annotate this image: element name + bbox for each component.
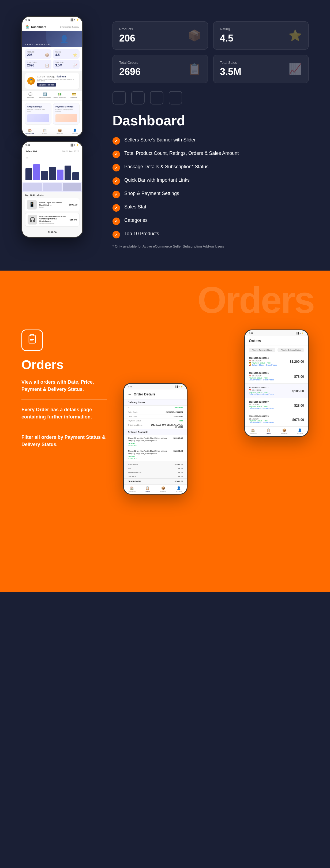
products-stat-card: Products 206 📦 <box>112 22 208 50</box>
total-orders-stat-left: Total Orders 2696 <box>119 61 141 78</box>
phone-time: 9:41 <box>26 19 30 21</box>
rating-stat-value: 4.5 <box>220 33 233 44</box>
phone-rating-stat: Rating 4.5 ⭐ <box>53 49 79 59</box>
products-stat-icon: 📦 <box>188 29 201 42</box>
phone-nav-products[interactable]: 📦 Products <box>52 129 67 134</box>
phone-products-label: Products <box>27 51 49 53</box>
op-order-4[interactable]: 20201215-12034579 15-12-2020 Payment Sta… <box>245 412 308 427</box>
od-nav-account[interactable]: 👤 Account <box>171 486 187 492</box>
check-circle-1: ✓ <box>112 151 120 158</box>
op-nav-dashboard-icon: 🏠 <box>245 428 261 432</box>
product-name-2: Beats Studio3 Wireless Noise Cancelling … <box>39 215 67 222</box>
od-status-bar: 9:41 ▐▐ ● ⚡ <box>124 384 187 390</box>
op-nav-bar: 🏠 Dashboard 📋 Orders 📦 Products 👤 <box>245 427 308 436</box>
sales-status-bar: 9:41 ▐▐ ● ⚡ <box>22 142 82 148</box>
od-nav-orders[interactable]: 📋 Orders <box>140 486 156 492</box>
od-signals: ▐▐ ● ⚡ <box>175 385 183 388</box>
od-nav-products[interactable]: 📦 Products <box>155 486 171 492</box>
od-order-code-value: 20201215-12034564 <box>166 411 183 413</box>
phone-quick-link-refund[interactable]: ↩️ Refund Requests <box>38 92 52 98</box>
op-nav-products-icon: 📦 <box>276 428 292 432</box>
op-order-meta-4: 15-12-2020 Payment Status - Paid Deliver… <box>249 418 304 424</box>
withdraw-icon: 💵 <box>53 92 67 96</box>
op-nav-orders[interactable]: 📋 Orders <box>261 428 277 434</box>
dashboard-phone-mockup: 9:41 ▐▐ ● ⚡ 🏪 Dashboard 1 March 2022 Tue… <box>22 16 83 137</box>
od-tax-label: TAX <box>128 467 131 469</box>
phone-nav-orders[interactable]: 📋 Orders <box>37 129 52 134</box>
op-order-meta-3: 15-12-2020 Payment Status - Paid Deliver… <box>249 404 304 409</box>
phone-nav-account[interactable]: 👤 Account <box>67 129 82 134</box>
op-nav-account[interactable]: 👤 Account <box>292 428 308 434</box>
op-filter-payment[interactable]: Filter by Payment Status <box>249 348 275 352</box>
product-item-1[interactable]: 📱 iPhone 12 pro Max Pacific Blue 256 gb … <box>25 198 79 211</box>
phone-upgrade-btn[interactable]: Upgrade Package <box>37 83 56 87</box>
check-icon-0: ✓ <box>114 139 118 143</box>
product-img-2: 🎧 <box>28 215 37 224</box>
total-sales-stat-icon: 📈 <box>289 63 302 75</box>
calendar-icon-2: 📅 <box>249 389 251 391</box>
op-order-price-3: $28.00 <box>294 404 304 407</box>
phone-payment-settings-desc: Configure your payment method. <box>56 108 77 113</box>
op-order-price-0: $1,200.00 <box>290 360 304 364</box>
categories-preview <box>22 182 82 192</box>
shop-settings-image <box>27 114 49 122</box>
chart-bar-3 <box>41 171 48 180</box>
phone-quick-link-payment[interactable]: 💳 Payment E... <box>67 92 81 98</box>
phone-payment-settings-card[interactable]: Payment Settings Configure your payment … <box>53 103 79 125</box>
phone-quick-links: 💬 Messages ↩️ Refund Requests 💵 Money Wi… <box>22 91 82 100</box>
od-sub-total-value: $1,200.00 <box>175 463 183 465</box>
phone-quick-link-withdraw[interactable]: 💵 Money Withdraw <box>53 92 67 98</box>
op-order-meta-0: 📅 15-12-2020 💳 Payment Status - Paid 🚚 <box>249 360 304 366</box>
check-circle-4: ✓ <box>112 191 120 198</box>
product-name-1: iPhone 12 pro Max Pacific Blue 256 gb ..… <box>39 202 66 206</box>
dashboard-section: 9:41 ▐▐ ● ⚡ 🏪 Dashboard 1 March 2022 Tue… <box>0 0 330 271</box>
od-nav-account-icon: 👤 <box>171 486 187 490</box>
od-delivery-row: ✓ Delivered <box>124 406 187 410</box>
od-back-arrow[interactable]: ← <box>128 392 132 397</box>
orders-bg-title: Orders <box>0 271 330 319</box>
op-order-2[interactable]: 20201215-12034571 📅 15-12-2020 Payment S… <box>245 384 308 398</box>
phone-products-area: Top 10 Products 📱 iPhone 12 pro Max Paci… <box>22 192 82 237</box>
op-order-info-2: 📅 15-12-2020 Payment Status - Paid Deliv… <box>249 389 293 395</box>
orders-right: 9:41 ▐▐ ● ⚡ Orders Filter by Payment Sta… <box>123 330 308 570</box>
orders-feature-text-1: Every Order has a details page containin… <box>22 406 107 421</box>
feature-text-2: Package Details & Subscription* Status <box>124 163 208 170</box>
phone-quick-link-messages[interactable]: 💬 Messages <box>23 92 37 98</box>
op-nav-dashboard[interactable]: 🏠 Dashboard <box>245 428 261 434</box>
od-payment-status-value: Paid <box>179 420 183 422</box>
od-nav-dashboard[interactable]: 🏠 Dashboard <box>124 486 140 492</box>
total-orders-stat-icon: 📋 <box>188 63 201 75</box>
phone-total-orders-label: Total Orders <box>27 61 49 63</box>
sales-stat-title: Sales Stat <box>26 150 37 153</box>
check-circle-7: ✓ <box>112 231 120 239</box>
phone-total-sales-value: 3.5M <box>55 63 62 67</box>
op-filter-row: Filter by Payment Status Filter by Deliv… <box>245 346 308 354</box>
rating-stat-label: Rating <box>220 27 233 31</box>
op-nav-products[interactable]: 📦 Products <box>276 428 292 434</box>
product-item-2[interactable]: 🎧 Beats Studio3 Wireless Noise Cancellin… <box>25 213 79 227</box>
feature-item-0: ✓ Sellers Store's Banner with Slider <box>112 136 308 145</box>
phone-total-orders-value: 2696 <box>27 63 34 67</box>
phone-payment-settings-title: Payment Settings <box>56 105 77 108</box>
op-filter-delivery[interactable]: Filter by Delivery Status <box>277 348 304 352</box>
op-order-1[interactable]: 20201215-12034561 📅 15-12-2020 Payment S… <box>245 369 308 384</box>
feature-text-6: Categories <box>124 217 147 224</box>
op-order-0[interactable]: 20201215-12034564 📅 15-12-2020 💳 Payment… <box>245 354 308 369</box>
phone-nav-dashboard[interactable]: 🏠 Dashboard <box>22 129 37 134</box>
message-icon: 💬 <box>23 92 37 96</box>
op-signals: ▐▐ ● ⚡ <box>296 332 304 334</box>
check-icon-4: ✓ <box>114 192 118 197</box>
od-grand-total-value: $2,400.00 <box>175 480 183 482</box>
orders-nav-icon: 📋 <box>37 129 52 132</box>
chart-bar-7 <box>72 172 79 180</box>
check-circle-2: ✓ <box>112 164 120 172</box>
product-price-1: $699.00 <box>69 203 77 206</box>
od-delivery-icon: ✓ <box>128 407 129 409</box>
od-grand-total-label: GRAND TOTAL <box>128 480 141 482</box>
phone-shop-settings-card[interactable]: Shop Settings Manage & organize your sho… <box>25 103 52 125</box>
op-order-3[interactable]: 20201215-12034577 15-12-2020 Payment Sta… <box>245 398 308 412</box>
od-tax-row: TAX $0.00 <box>124 466 187 470</box>
orders-title: Orders <box>22 358 107 372</box>
od-nav-products-icon: 📦 <box>155 486 171 490</box>
products-nav-icon: 📦 <box>52 129 67 132</box>
